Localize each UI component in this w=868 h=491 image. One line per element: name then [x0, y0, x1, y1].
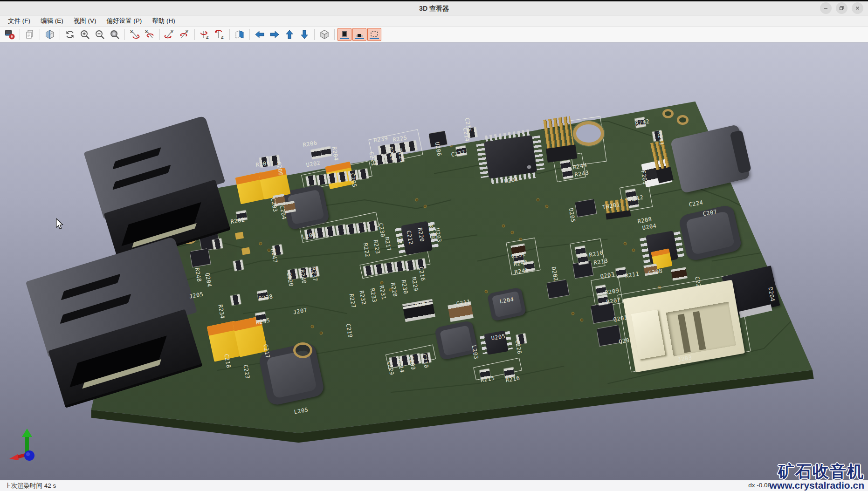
zoom-fit-button[interactable]: [108, 28, 122, 41]
show-tht-icon: [339, 29, 350, 40]
pcb-components-layer: R206R204R205C206C203C204R202C205L201U202…: [0, 42, 868, 480]
svg-text:Y: Y: [171, 29, 173, 34]
pin-header: [543, 116, 575, 160]
toolbar-separator: [20, 29, 20, 40]
render-view-button[interactable]: [43, 28, 57, 41]
smd-resistor: [212, 238, 223, 250]
menu-bar: 文件 (F)编辑 (E)视图 (V)偏好设置 (P)帮助 (H): [0, 15, 868, 27]
show-smd-button[interactable]: [352, 28, 366, 41]
smd-resistor: [325, 226, 336, 238]
smd-resistor: [306, 175, 317, 187]
toolbar: XXYYZZ: [0, 27, 868, 42]
title-bar[interactable]: 3D 查看器: [0, 0, 868, 15]
flip-board-icon: [234, 29, 245, 40]
toolbar-separator: [60, 29, 60, 40]
ortho-projection-button[interactable]: [317, 28, 331, 41]
silkscreen-label: C22: [694, 276, 702, 287]
silkscreen-label: C219: [344, 323, 353, 338]
sot23-transistor: [190, 249, 210, 267]
menu-preferences[interactable]: 偏好设置 (P): [102, 15, 147, 26]
svg-text:Y: Y: [186, 29, 188, 34]
silkscreen-label: J207: [293, 307, 308, 316]
soic-ic: [479, 328, 513, 356]
toolbar-separator: [40, 29, 40, 40]
redraw-button[interactable]: [63, 28, 77, 41]
sot23-transistor: [597, 326, 621, 346]
toolbar-separator: [124, 29, 125, 40]
rotate-x-cw-button[interactable]: X: [128, 28, 142, 41]
usb-a-connector: [26, 237, 213, 409]
toolbar-separator: [159, 29, 160, 40]
zoom-out-icon: [94, 29, 105, 40]
svg-text:Z: Z: [206, 35, 209, 40]
silkscreen-label: R233: [369, 287, 378, 303]
watermark-url: www.crystalradio.cn: [770, 480, 864, 491]
axis-orientation-gizmo: [8, 426, 42, 462]
menu-view[interactable]: 视图 (V): [69, 15, 102, 26]
gold-pad-ring: [662, 109, 674, 119]
move-left-icon: [254, 29, 265, 40]
rotate-z-cw-button[interactable]: Z: [198, 28, 212, 41]
silkscreen-label: C223: [242, 364, 251, 380]
smd-resistor: [356, 222, 367, 233]
rotate-z-ccw-button[interactable]: Z: [213, 28, 227, 41]
gold-pad-ring: [293, 342, 312, 358]
window-controls: [820, 2, 863, 14]
redraw-icon: [64, 29, 76, 40]
reload-board-button[interactable]: [3, 28, 17, 41]
silkscreen-label: C216: [417, 266, 426, 281]
show-virtual-button[interactable]: [367, 28, 381, 41]
move-right-button[interactable]: [268, 28, 282, 41]
move-up-button[interactable]: [282, 28, 296, 41]
rotate-y-ccw-icon: Y: [179, 29, 190, 40]
smd-resistor: [358, 169, 369, 180]
rotate-y-ccw-button[interactable]: Y: [178, 28, 192, 41]
menu-edit[interactable]: 编辑 (E): [35, 15, 69, 26]
smd-resistor: [230, 294, 241, 306]
zoom-out-button[interactable]: [93, 28, 107, 41]
window-title: 3D 查看器: [0, 1, 868, 15]
silkscreen-label: R222: [362, 243, 371, 258]
menu-file[interactable]: 文件 (F): [3, 15, 35, 26]
rotate-y-cw-button[interactable]: Y: [163, 28, 177, 41]
silkscreen-label: R248: [193, 267, 202, 282]
win-close-icon: [854, 4, 861, 12]
watermark-title: 矿石收音机: [770, 463, 864, 479]
silkscreen-label: R234: [217, 304, 226, 320]
toolbar-separator: [334, 29, 335, 40]
copy-image-button[interactable]: [23, 28, 37, 41]
show-tht-button[interactable]: [338, 28, 351, 41]
silkscreen-label: R206: [302, 139, 317, 148]
render-view-icon: [44, 29, 55, 40]
usb-c-connector: [670, 124, 750, 193]
3d-viewport[interactable]: R206R204R205C206C203C204R202C205L201U202…: [0, 42, 868, 480]
smd-resistor: [406, 141, 417, 152]
smd-resistor: [562, 169, 573, 179]
silkscreen-label: R231: [379, 285, 387, 300]
rotate-x-ccw-button[interactable]: X: [143, 28, 157, 41]
silkscreen-label: C230: [378, 222, 386, 238]
sot23-transistor: [591, 302, 615, 323]
rotate-y-cw-icon: Y: [164, 29, 175, 40]
menu-help[interactable]: 帮助 (H): [147, 15, 180, 26]
toolbar-separator: [314, 29, 315, 40]
move-left-button[interactable]: [253, 28, 267, 41]
flip-board-button[interactable]: [233, 28, 247, 41]
zoom-in-button[interactable]: [78, 28, 92, 41]
mounting-hole: [573, 121, 604, 146]
silkscreen-label: R211: [624, 270, 640, 279]
gold-pad: [241, 247, 250, 255]
smd-capacitor: [671, 267, 687, 281]
dx-coordinate-readout: dx -0.08: [748, 482, 771, 489]
sot23-transistor: [575, 199, 597, 217]
3d-viewer-window: 3D 查看器 文件 (F)编辑 (E)视图 (V)偏好设置 (P)帮助 (H) …: [0, 0, 868, 491]
toolbar-separator: [194, 29, 195, 40]
smd-resistor: [363, 265, 374, 276]
move-down-button[interactable]: [297, 28, 311, 41]
smd-resistor: [346, 223, 357, 235]
smd-resistor: [336, 225, 346, 236]
sot23-transistor: [546, 280, 569, 298]
restore-button[interactable]: [836, 2, 847, 14]
close-button[interactable]: [852, 2, 863, 14]
minimize-button[interactable]: [820, 2, 832, 14]
